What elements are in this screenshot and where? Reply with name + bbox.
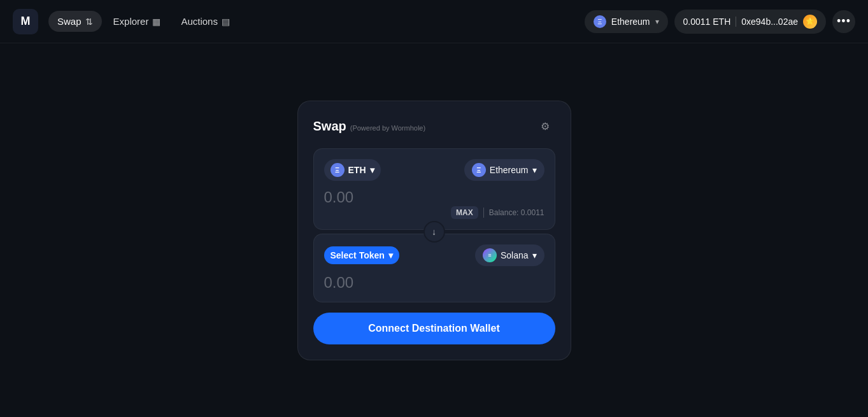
dest-token-top: Select Token ▾ ≡ Solana ▾: [324, 244, 544, 266]
divider: [483, 208, 484, 218]
source-token-label: ETH: [348, 165, 366, 175]
main-content: Swap (Powered by Wormhole) ⚙ Ξ ETH ▾ Ξ E…: [0, 43, 868, 417]
source-network-selector[interactable]: Ξ Ethereum ▾: [464, 159, 544, 181]
navbar: M Swap ⇅ Explorer ▦ Auctions ▤ Ξ Ethereu…: [0, 0, 868, 43]
swap-icon: ⇅: [85, 17, 93, 27]
dest-token-selector[interactable]: Select Token ▾: [324, 246, 399, 264]
max-button[interactable]: MAX: [451, 206, 478, 219]
app-logo: M: [13, 9, 38, 34]
nav-auctions[interactable]: Auctions ▤: [172, 11, 239, 32]
wallet-address: 0xe94b...02ae: [741, 17, 798, 27]
settings-btn[interactable]: ⚙: [535, 117, 555, 137]
network-selector-btn[interactable]: Ξ Ethereum ▾: [585, 10, 668, 33]
more-options-btn[interactable]: •••: [832, 10, 855, 33]
card-title-group: Swap (Powered by Wormhole): [313, 119, 426, 134]
auctions-label: Auctions: [181, 16, 218, 27]
ethereum-icon: Ξ: [594, 15, 606, 28]
card-title: Swap: [313, 119, 346, 134]
dest-network-selector[interactable]: ≡ Solana ▾: [475, 244, 544, 266]
dest-token-chevron: ▾: [388, 250, 393, 260]
source-token-box: Ξ ETH ▾ Ξ Ethereum ▾ 0.00 MAX Balance: 0…: [313, 148, 555, 230]
swap-direction-btn[interactable]: ↓: [423, 221, 445, 243]
network-label: Ethereum: [611, 17, 650, 27]
divider: [736, 17, 736, 27]
source-amount: 0.00: [324, 188, 544, 206]
source-network-label: Ethereum: [490, 165, 529, 175]
dest-amount: 0.00: [324, 274, 544, 292]
wallet-balance: 0.0011 ETH: [683, 17, 731, 27]
eth-icon: Ξ: [331, 163, 345, 177]
chevron-down-icon: ▾: [655, 17, 659, 26]
source-token-selector[interactable]: Ξ ETH ▾: [324, 159, 381, 181]
source-token-top: Ξ ETH ▾ Ξ Ethereum ▾: [324, 159, 544, 181]
source-network-icon: Ξ: [472, 163, 486, 177]
card-header: Swap (Powered by Wormhole) ⚙: [313, 117, 555, 137]
wallet-info-btn[interactable]: 0.0011 ETH 0xe94b...02ae 🌟: [674, 10, 826, 34]
auctions-icon: ▤: [222, 17, 230, 27]
swap-label: Swap: [57, 16, 82, 27]
nav-explorer[interactable]: Explorer ▦: [104, 11, 170, 32]
source-network-chevron: ▾: [532, 165, 537, 175]
explorer-icon: ▦: [152, 17, 160, 27]
source-token-chevron: ▾: [370, 165, 374, 175]
explorer-label: Explorer: [113, 16, 149, 27]
powered-by-label: (Powered by Wormhole): [350, 124, 425, 132]
dest-token-box: Select Token ▾ ≡ Solana ▾ 0.00: [313, 234, 555, 302]
dest-network-chevron: ▾: [532, 250, 537, 260]
dest-network-label: Solana: [501, 250, 529, 260]
swap-card: Swap (Powered by Wormhole) ⚙ Ξ ETH ▾ Ξ E…: [297, 101, 571, 360]
dest-token-label: Select Token: [331, 250, 385, 260]
nav-right: Ξ Ethereum ▾ 0.0011 ETH 0xe94b...02ae 🌟 …: [585, 10, 855, 34]
source-token-bottom: MAX Balance: 0.0011: [324, 206, 544, 219]
solana-icon: ≡: [483, 248, 497, 262]
wallet-avatar: 🌟: [803, 15, 817, 29]
token-section: Ξ ETH ▾ Ξ Ethereum ▾ 0.00 MAX Balance: 0…: [313, 148, 555, 302]
swap-arrow-icon: ↓: [432, 227, 436, 237]
nav-items: Swap ⇅ Explorer ▦ Auctions ▤: [48, 11, 585, 32]
connect-destination-wallet-btn[interactable]: Connect Destination Wallet: [313, 313, 555, 344]
nav-swap[interactable]: Swap ⇅: [48, 11, 102, 32]
balance-label: Balance: 0.0011: [489, 208, 544, 217]
more-icon: •••: [837, 15, 851, 28]
